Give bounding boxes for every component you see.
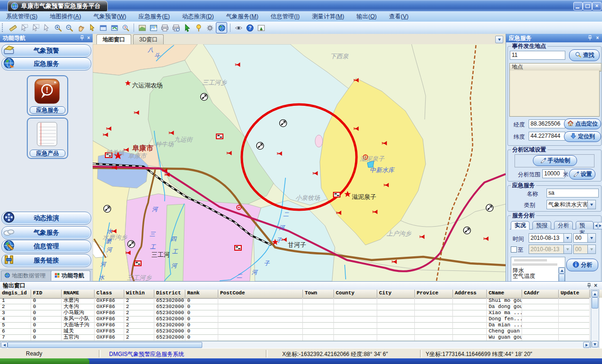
table-row[interactable]: 70五官沟OXFF8626523020000Wu guan gou: [0, 334, 590, 341]
manual-draw-button[interactable]: 手动绘制: [533, 155, 577, 166]
menu-item-3[interactable]: 气象预警(W): [87, 11, 132, 22]
menu-item-1[interactable]: 系统管理(S): [0, 11, 44, 22]
minimize-button[interactable]: [573, 2, 583, 10]
pan-icon[interactable]: [75, 23, 86, 33]
date2-select[interactable]: 2010-08-13: [529, 245, 572, 254]
map-view-icon[interactable]: [148, 23, 158, 33]
refresh-icon[interactable]: [109, 23, 119, 33]
close-icon[interactable]: ×: [594, 35, 601, 41]
goto-button[interactable]: 定位到: [564, 131, 601, 142]
restore-button[interactable]: [583, 2, 592, 10]
scroll-down-icon[interactable]: [592, 341, 598, 348]
analysis-tab-2[interactable]: 预报: [532, 221, 551, 229]
pin-icon[interactable]: [587, 35, 593, 41]
table-row[interactable]: 20大冬沟OXFF8626523020000Da dong gou: [0, 304, 590, 310]
zoom-in-icon[interactable]: [53, 23, 63, 33]
pick-icon[interactable]: [182, 23, 192, 33]
identify-icon[interactable]: ?: [120, 23, 131, 33]
table-row[interactable]: 40东风一小队OXFF8626523020000Dong fen...: [0, 316, 590, 323]
select-edge-icon[interactable]: [19, 23, 29, 33]
nav-group-dynamic-deduction[interactable]: 动态推演: [1, 212, 91, 225]
scroll-up-icon[interactable]: [559, 268, 565, 274]
eye-icon[interactable]: [233, 23, 244, 33]
globe-icon[interactable]: [216, 22, 227, 33]
analysis-tab-4[interactable]: 预案: [576, 221, 594, 229]
close-button[interactable]: ×: [592, 2, 602, 10]
facility-marker[interactable]: [200, 93, 207, 100]
service-name-input[interactable]: sa: [547, 189, 599, 198]
tab-function-navigation[interactable]: 功能导航: [51, 270, 90, 281]
table-row[interactable]: 50大面场子沟OXFF8626523020000Da mian ...: [0, 322, 590, 329]
result-table[interactable]: dmgis_idFIDRNAMEClassWithinDistrictRankP…: [0, 290, 602, 341]
find-button[interactable]: 查找: [569, 49, 600, 61]
location-keyword-input[interactable]: 11: [510, 51, 565, 60]
close-icon[interactable]: ×: [86, 35, 92, 41]
analysis-tab-3[interactable]: 分析: [554, 221, 573, 229]
ruler-icon[interactable]: [8, 23, 18, 33]
station-marker[interactable]: [216, 134, 223, 139]
menu-item-9[interactable]: 输出(O): [350, 11, 383, 22]
tab-map-window[interactable]: 地图窗口: [96, 34, 131, 44]
table-row[interactable]: 30小马厩沟OXFF8626523020000Xiao ma ...: [0, 310, 590, 317]
date-select[interactable]: 2010-08-13: [529, 233, 572, 243]
tab-map-data-management[interactable]: 地图数据管理: [1, 270, 55, 281]
chevron-down-icon[interactable]: [587, 200, 595, 209]
full-extent-icon[interactable]: [98, 23, 108, 33]
facility-marker[interactable]: [256, 142, 263, 149]
pin-icon[interactable]: [193, 23, 204, 33]
station-marker[interactable]: [333, 192, 340, 197]
service-type-select[interactable]: 气象和洪水灾害: [547, 200, 596, 209]
v-scrollbar[interactable]: [591, 290, 599, 348]
print-icon[interactable]: [159, 23, 170, 33]
print-preview-icon[interactable]: [171, 23, 181, 33]
select-point-icon[interactable]: [41, 23, 52, 33]
lon-input[interactable]: 88.3625506: [529, 119, 565, 128]
scroll-left-icon[interactable]: [1, 342, 8, 348]
nav-group-weather-warning[interactable]: 气象预警: [1, 44, 91, 57]
facility-marker[interactable]: [279, 119, 286, 127]
settings-icon[interactable]: [205, 23, 215, 33]
hour-select[interactable]: 00: [573, 233, 596, 243]
element-item-2[interactable]: 空气温度: [511, 273, 557, 279]
menu-item-5[interactable]: 动态推演(D): [176, 11, 220, 22]
help-icon[interactable]: ?: [245, 23, 255, 33]
tab-scroll-right-icon[interactable]: [598, 222, 602, 229]
tab-3d-window[interactable]: 3D窗口: [133, 34, 164, 44]
nav-group-info-management[interactable]: 信息管理: [1, 240, 91, 253]
station-marker[interactable]: [235, 245, 241, 250]
menu-item-7[interactable]: 信息管理(I): [264, 11, 306, 22]
facility-marker[interactable]: [463, 227, 470, 234]
analyze-button[interactable]: 分析: [566, 259, 598, 271]
scroll-thumb[interactable]: [559, 274, 565, 281]
menu-item-8[interactable]: 测量计算(M): [306, 11, 350, 22]
lat-input[interactable]: 44.2277844: [529, 132, 565, 141]
click-locate-button[interactable]: 点击定位: [564, 119, 601, 129]
chevron-down-icon[interactable]: [587, 234, 595, 242]
map-canvas[interactable]: 三工河乡下西泉九运街城关镇阜康市种牛场滋泥泉子小泉牧场上户沟乡水磨沟乡三工河乡六…: [93, 44, 506, 281]
analysis-tab-1[interactable]: 实况: [511, 221, 530, 229]
h-scrollbar[interactable]: [0, 341, 591, 348]
facility-marker[interactable]: [127, 240, 135, 247]
menu-item-4[interactable]: 应急服务(E): [133, 11, 176, 22]
select-rect-icon[interactable]: [30, 23, 40, 33]
scroll-up-icon[interactable]: [592, 291, 598, 297]
export-image-icon[interactable]: [256, 23, 266, 33]
table-row[interactable]: 60城关OXFF8526523020000Cheng guan: [0, 328, 590, 335]
start-button-edge[interactable]: [0, 358, 89, 364]
h-scroll-thumb[interactable]: [8, 342, 202, 348]
map-tab-list-button[interactable]: [495, 36, 503, 43]
to-checkbox[interactable]: [511, 246, 517, 253]
element-listbox[interactable]: 降水空气温度: [511, 257, 565, 281]
nav-group-emergency-service[interactable]: 应急服务: [1, 57, 91, 71]
location-list[interactable]: [509, 71, 600, 117]
hour2-select[interactable]: 00: [573, 245, 596, 254]
toolbar-grip[interactable]: [2, 24, 5, 32]
nav-group-weather-service[interactable]: 气象服务: [1, 226, 91, 239]
v-scroll-thumb[interactable]: [592, 297, 598, 309]
emergency-product-shortcut[interactable]: 应急产品: [27, 118, 68, 159]
poi-marker[interactable]: [237, 205, 241, 210]
table-row[interactable]: 10水磨沟OXFF8626523020000Shui mo gou: [0, 298, 590, 304]
menu-item-10[interactable]: 查看(V): [383, 11, 415, 22]
zoom-out-icon[interactable]: [64, 23, 74, 33]
pointer-icon[interactable]: [87, 23, 97, 33]
